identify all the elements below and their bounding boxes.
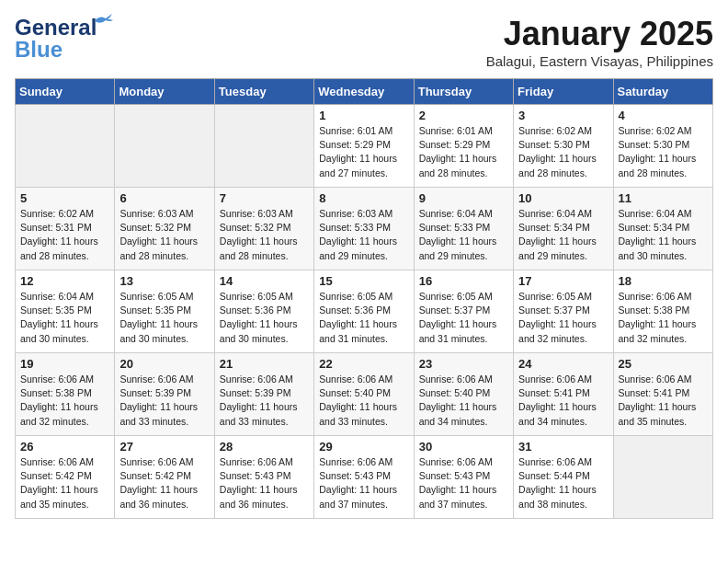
day-info: Sunrise: 6:03 AMSunset: 5:33 PMDaylight:… <box>319 207 408 263</box>
calendar-cell <box>613 436 712 519</box>
calendar-cell: 19 Sunrise: 6:06 AMSunset: 5:38 PMDaylig… <box>16 353 115 436</box>
day-info: Sunrise: 6:06 AMSunset: 5:38 PMDaylight:… <box>20 373 109 429</box>
day-info: Sunrise: 6:05 AMSunset: 5:35 PMDaylight:… <box>119 290 209 346</box>
day-number: 4 <box>619 109 708 122</box>
day-number: 27 <box>119 440 209 454</box>
calendar-cell: 23 Sunrise: 6:06 AMSunset: 5:40 PMDaylig… <box>414 353 513 436</box>
calendar-cell: 21 Sunrise: 6:06 AMSunset: 5:39 PMDaylig… <box>214 353 313 436</box>
day-number: 8 <box>319 191 408 205</box>
day-number: 13 <box>119 274 209 288</box>
calendar-cell <box>115 105 214 188</box>
calendar-cell: 18 Sunrise: 6:06 AMSunset: 5:38 PMDaylig… <box>613 270 712 353</box>
weekday-header-wednesday: Wednesday <box>314 79 414 105</box>
calendar-cell: 5 Sunrise: 6:02 AMSunset: 5:31 PMDayligh… <box>16 188 115 270</box>
logo-bird-icon <box>93 13 113 28</box>
day-info: Sunrise: 6:06 AMSunset: 5:41 PMDaylight:… <box>518 373 608 429</box>
calendar-cell: 15 Sunrise: 6:05 AMSunset: 5:36 PMDaylig… <box>314 270 414 353</box>
day-number: 16 <box>419 274 508 288</box>
day-info: Sunrise: 6:04 AMSunset: 5:35 PMDaylight:… <box>20 290 109 346</box>
page-header: General Blue January 2025 Balagui, Easte… <box>15 15 713 69</box>
day-number: 6 <box>119 191 209 205</box>
day-info: Sunrise: 6:06 AMSunset: 5:41 PMDaylight:… <box>619 373 708 429</box>
day-number: 28 <box>220 440 309 454</box>
day-info: Sunrise: 6:02 AMSunset: 5:31 PMDaylight:… <box>20 207 109 263</box>
day-info: Sunrise: 6:05 AMSunset: 5:37 PMDaylight:… <box>419 290 508 346</box>
day-number: 23 <box>419 357 508 371</box>
weekday-header-monday: Monday <box>115 79 214 105</box>
day-info: Sunrise: 6:06 AMSunset: 5:42 PMDaylight:… <box>20 455 109 511</box>
calendar-cell: 28 Sunrise: 6:06 AMSunset: 5:43 PMDaylig… <box>214 436 313 519</box>
day-info: Sunrise: 6:06 AMSunset: 5:39 PMDaylight:… <box>220 373 309 429</box>
day-number: 29 <box>319 440 408 454</box>
day-info: Sunrise: 6:03 AMSunset: 5:32 PMDaylight:… <box>119 207 209 263</box>
day-info: Sunrise: 6:05 AMSunset: 5:36 PMDaylight:… <box>319 290 408 346</box>
day-number: 30 <box>419 440 508 454</box>
calendar-week-row: 1 Sunrise: 6:01 AMSunset: 5:29 PMDayligh… <box>16 105 713 188</box>
weekday-header-saturday: Saturday <box>613 79 712 105</box>
calendar-cell: 22 Sunrise: 6:06 AMSunset: 5:40 PMDaylig… <box>314 353 414 436</box>
day-info: Sunrise: 6:06 AMSunset: 5:43 PMDaylight:… <box>319 455 408 511</box>
calendar-cell: 30 Sunrise: 6:06 AMSunset: 5:43 PMDaylig… <box>414 436 513 519</box>
day-number: 14 <box>220 274 309 288</box>
day-number: 22 <box>319 357 408 371</box>
day-info: Sunrise: 6:01 AMSunset: 5:29 PMDaylight:… <box>419 124 508 180</box>
calendar-cell: 27 Sunrise: 6:06 AMSunset: 5:42 PMDaylig… <box>115 436 214 519</box>
calendar-cell: 26 Sunrise: 6:06 AMSunset: 5:42 PMDaylig… <box>16 436 115 519</box>
day-number: 21 <box>220 357 309 371</box>
calendar-week-row: 5 Sunrise: 6:02 AMSunset: 5:31 PMDayligh… <box>16 188 713 270</box>
day-number: 25 <box>619 357 708 371</box>
month-title: January 2025 <box>486 15 713 53</box>
calendar-week-row: 12 Sunrise: 6:04 AMSunset: 5:35 PMDaylig… <box>16 270 713 353</box>
calendar-cell: 17 Sunrise: 6:05 AMSunset: 5:37 PMDaylig… <box>514 270 613 353</box>
day-number: 20 <box>119 357 209 371</box>
day-info: Sunrise: 6:04 AMSunset: 5:33 PMDaylight:… <box>419 207 508 263</box>
calendar-cell: 25 Sunrise: 6:06 AMSunset: 5:41 PMDaylig… <box>613 353 712 436</box>
calendar-cell: 6 Sunrise: 6:03 AMSunset: 5:32 PMDayligh… <box>115 188 214 270</box>
calendar-table: SundayMondayTuesdayWednesdayThursdayFrid… <box>15 78 713 519</box>
calendar-cell: 1 Sunrise: 6:01 AMSunset: 5:29 PMDayligh… <box>314 105 414 188</box>
calendar-cell: 13 Sunrise: 6:05 AMSunset: 5:35 PMDaylig… <box>115 270 214 353</box>
day-number: 18 <box>619 274 708 288</box>
day-info: Sunrise: 6:06 AMSunset: 5:40 PMDaylight:… <box>319 373 408 429</box>
location-subtitle: Balagui, Eastern Visayas, Philippines <box>486 53 713 69</box>
day-info: Sunrise: 6:06 AMSunset: 5:44 PMDaylight:… <box>518 455 608 511</box>
day-info: Sunrise: 6:03 AMSunset: 5:32 PMDaylight:… <box>220 207 309 263</box>
calendar-cell: 8 Sunrise: 6:03 AMSunset: 5:33 PMDayligh… <box>314 188 414 270</box>
calendar-cell: 9 Sunrise: 6:04 AMSunset: 5:33 PMDayligh… <box>414 188 513 270</box>
calendar-cell: 10 Sunrise: 6:04 AMSunset: 5:34 PMDaylig… <box>514 188 613 270</box>
calendar-week-row: 19 Sunrise: 6:06 AMSunset: 5:38 PMDaylig… <box>16 353 713 436</box>
calendar-cell: 16 Sunrise: 6:05 AMSunset: 5:37 PMDaylig… <box>414 270 513 353</box>
day-info: Sunrise: 6:04 AMSunset: 5:34 PMDaylight:… <box>518 207 608 263</box>
day-info: Sunrise: 6:06 AMSunset: 5:39 PMDaylight:… <box>119 373 209 429</box>
day-number: 17 <box>518 274 608 288</box>
weekday-header-row: SundayMondayTuesdayWednesdayThursdayFrid… <box>16 79 713 105</box>
calendar-cell: 4 Sunrise: 6:02 AMSunset: 5:30 PMDayligh… <box>613 105 712 188</box>
calendar-cell <box>214 105 313 188</box>
calendar-week-row: 26 Sunrise: 6:06 AMSunset: 5:42 PMDaylig… <box>16 436 713 519</box>
calendar-cell: 31 Sunrise: 6:06 AMSunset: 5:44 PMDaylig… <box>514 436 613 519</box>
weekday-header-tuesday: Tuesday <box>214 79 313 105</box>
day-number: 24 <box>518 357 608 371</box>
calendar-cell: 3 Sunrise: 6:02 AMSunset: 5:30 PMDayligh… <box>514 105 613 188</box>
calendar-cell: 29 Sunrise: 6:06 AMSunset: 5:43 PMDaylig… <box>314 436 414 519</box>
calendar-cell <box>16 105 115 188</box>
day-info: Sunrise: 6:04 AMSunset: 5:34 PMDaylight:… <box>619 207 708 263</box>
day-info: Sunrise: 6:02 AMSunset: 5:30 PMDaylight:… <box>619 124 708 180</box>
day-number: 11 <box>619 191 708 205</box>
day-number: 26 <box>20 440 109 454</box>
day-number: 5 <box>20 191 109 205</box>
calendar-cell: 12 Sunrise: 6:04 AMSunset: 5:35 PMDaylig… <box>16 270 115 353</box>
day-number: 15 <box>319 274 408 288</box>
calendar-cell: 14 Sunrise: 6:05 AMSunset: 5:36 PMDaylig… <box>214 270 313 353</box>
logo-blue: Blue <box>15 37 63 63</box>
day-info: Sunrise: 6:06 AMSunset: 5:38 PMDaylight:… <box>619 290 708 346</box>
title-area: January 2025 Balagui, Eastern Visayas, P… <box>486 15 713 69</box>
day-info: Sunrise: 6:06 AMSunset: 5:40 PMDaylight:… <box>419 373 508 429</box>
weekday-header-friday: Friday <box>514 79 613 105</box>
day-info: Sunrise: 6:02 AMSunset: 5:30 PMDaylight:… <box>518 124 608 180</box>
day-info: Sunrise: 6:01 AMSunset: 5:29 PMDaylight:… <box>319 124 408 180</box>
day-number: 7 <box>220 191 309 205</box>
day-number: 2 <box>419 109 508 122</box>
logo-general: General <box>15 15 97 40</box>
day-info: Sunrise: 6:06 AMSunset: 5:42 PMDaylight:… <box>119 455 209 511</box>
